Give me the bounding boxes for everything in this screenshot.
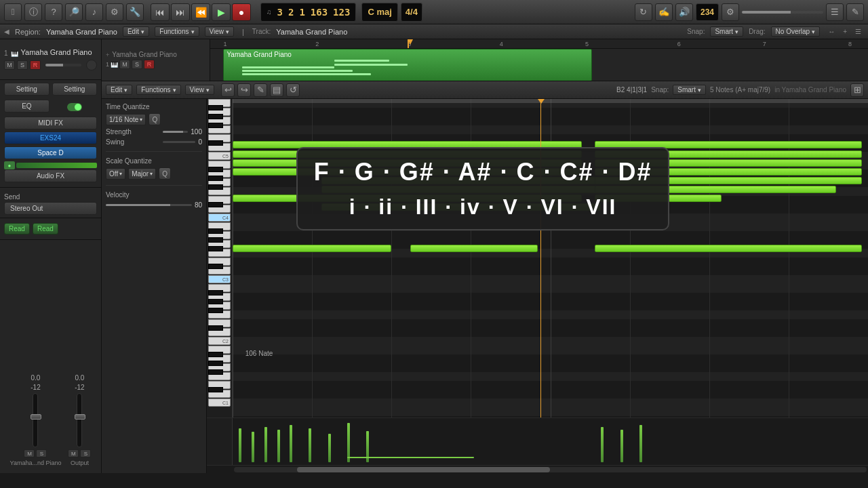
vel-bar-2[interactable]	[252, 432, 254, 462]
note-bot-1[interactable]	[233, 245, 391, 252]
strength-slider[interactable]	[163, 131, 188, 133]
pr-quantize-btn[interactable]: ▤	[270, 83, 283, 97]
black-key-Ds3[interactable]	[208, 264, 223, 269]
note-bot-3[interactable]	[595, 245, 862, 252]
eq-btn[interactable]: EQ	[4, 100, 50, 113]
add-track-btn[interactable]: +	[106, 52, 109, 58]
arr-solo-btn[interactable]: S	[132, 60, 142, 69]
fast-forward-btn[interactable]: ⏭	[171, 3, 190, 21]
info-btn[interactable]: ⓘ	[24, 3, 42, 21]
white-key-C3[interactable]: C3	[208, 275, 231, 283]
vel-bar-3[interactable]	[264, 427, 267, 462]
setting-btn[interactable]: Setting	[4, 83, 50, 96]
pr-redo-btn[interactable]: ↪	[237, 83, 251, 97]
black-key-As2[interactable]	[208, 290, 223, 296]
black-key-As4[interactable]	[208, 167, 223, 172]
white-key-C4[interactable]: C4	[208, 214, 231, 222]
black-key-Ds4[interactable]	[208, 202, 223, 207]
quantize-apply-btn[interactable]: Q	[149, 113, 161, 125]
black-key-Gs4[interactable]	[208, 176, 223, 181]
black-key-Gs5[interactable]	[208, 114, 223, 119]
note-value-dropdown[interactable]: 1/16 Note	[106, 114, 146, 125]
setting-btn2[interactable]: Setting	[52, 83, 98, 96]
read-btn-left[interactable]: Read	[4, 223, 30, 235]
list-icon[interactable]: ☰	[826, 3, 844, 21]
vel-bar-1[interactable]	[239, 428, 241, 462]
scroll-thumb[interactable]	[297, 467, 550, 472]
scale-type-dropdown[interactable]: Major	[128, 168, 156, 180]
vel-bar-4[interactable]	[277, 430, 280, 462]
vel-bar-7[interactable]	[328, 434, 331, 462]
gear-btn[interactable]: ⚙	[722, 3, 739, 21]
eq-toggle-btn[interactable]	[67, 103, 82, 111]
audiofx-btn[interactable]: Audio FX	[4, 169, 97, 182]
play-btn[interactable]: ▶	[212, 3, 231, 21]
black-key-Fs3[interactable]	[208, 246, 223, 251]
vel-bar-6[interactable]	[309, 428, 311, 462]
black-key-Fs5[interactable]	[208, 123, 223, 128]
black-key-Gs2[interactable]	[208, 299, 223, 304]
black-key-Ds5[interactable]	[208, 140, 223, 146]
rec-btn[interactable]: R	[30, 60, 41, 70]
stereo-out-btn[interactable]: Stereo Out	[4, 202, 97, 215]
midifx-btn[interactable]: MIDI FX	[4, 117, 97, 129]
back-btn[interactable]: ⏪	[191, 3, 210, 21]
pr-undo-btn[interactable]: ↩	[221, 83, 235, 97]
arr-rec-btn[interactable]: R	[144, 60, 155, 69]
region-view-dropdown[interactable]: View	[205, 26, 235, 37]
spaced-btn[interactable]: Space D	[4, 146, 97, 159]
pr-zoom-btn[interactable]: ⊞	[850, 83, 864, 97]
fader-thumb-left[interactable]	[31, 414, 41, 420]
solo-btn[interactable]: S	[17, 60, 28, 70]
region-functions-dropdown[interactable]: Functions	[155, 26, 199, 37]
black-key-Ds2[interactable]	[208, 325, 223, 331]
snap-dropdown[interactable]: Smart	[710, 26, 743, 37]
wrench-btn[interactable]: 🔧	[126, 3, 144, 21]
sync-btn[interactable]: ↻	[635, 3, 652, 21]
question-btn[interactable]: 🔎	[65, 3, 83, 21]
brush-btn[interactable]: ✍	[655, 3, 673, 21]
arr-mute-btn[interactable]: M	[119, 60, 130, 69]
read-btn-right[interactable]: Read	[33, 223, 58, 235]
black-key-Fs1[interactable]	[208, 369, 223, 375]
arrow-left-icon[interactable]: ◀	[4, 28, 9, 35]
vel-bar-5[interactable]	[290, 425, 292, 462]
white-key-C2[interactable]: C2	[208, 337, 231, 345]
scale-q-btn[interactable]: Q	[159, 167, 171, 180]
power-toggle[interactable]: ●	[4, 161, 15, 169]
rewind-btn[interactable]: ⏮	[151, 3, 170, 21]
exs24-btn[interactable]: EXS24	[4, 131, 97, 144]
metronome-btn[interactable]: ♪	[85, 3, 103, 21]
scroll-track[interactable]	[234, 467, 867, 472]
scale-off-dropdown[interactable]: Off	[106, 168, 125, 180]
swing-slider[interactable]	[163, 141, 195, 143]
white-key-C1[interactable]: C1	[208, 399, 231, 407]
velocity-slider[interactable]	[106, 204, 192, 206]
vel-bar-11[interactable]	[620, 430, 623, 462]
black-key-Ds1[interactable]	[208, 387, 223, 392]
edit-icon[interactable]: ✎	[846, 3, 864, 21]
vel-bar-10[interactable]	[601, 427, 604, 462]
fader-track-left[interactable]	[33, 393, 38, 447]
black-key-As1[interactable]	[208, 352, 223, 357]
mute-right[interactable]: M	[68, 449, 79, 458]
black-key-Gs3[interactable]	[208, 237, 223, 243]
black-key-As3[interactable]	[208, 228, 223, 234]
midi-region[interactable]: Yamaha Grand Piano	[223, 49, 591, 81]
region-edit-dropdown[interactable]: Edit	[123, 26, 149, 37]
pan-knob[interactable]	[86, 60, 97, 70]
solo-left[interactable]: S	[36, 449, 47, 458]
mute-btn[interactable]: M	[4, 60, 15, 70]
black-key-Gs1[interactable]	[208, 361, 223, 366]
record-btn[interactable]: ●	[232, 3, 251, 21]
pr-edit-menu[interactable]: Edit	[106, 85, 132, 95]
drag-dropdown[interactable]: No Overlap	[771, 26, 821, 37]
vol-mini-slider[interactable]	[45, 64, 81, 66]
pr-functions-menu[interactable]: Functions	[136, 85, 180, 95]
black-key-As5[interactable]	[208, 105, 223, 110]
black-key-Fs2[interactable]	[208, 308, 223, 313]
black-key-Fs4[interactable]	[208, 184, 223, 190]
help-btn[interactable]: ?	[45, 3, 62, 21]
fader-thumb-right[interactable]	[75, 414, 85, 420]
pr-loop-btn[interactable]: ↺	[286, 83, 300, 97]
